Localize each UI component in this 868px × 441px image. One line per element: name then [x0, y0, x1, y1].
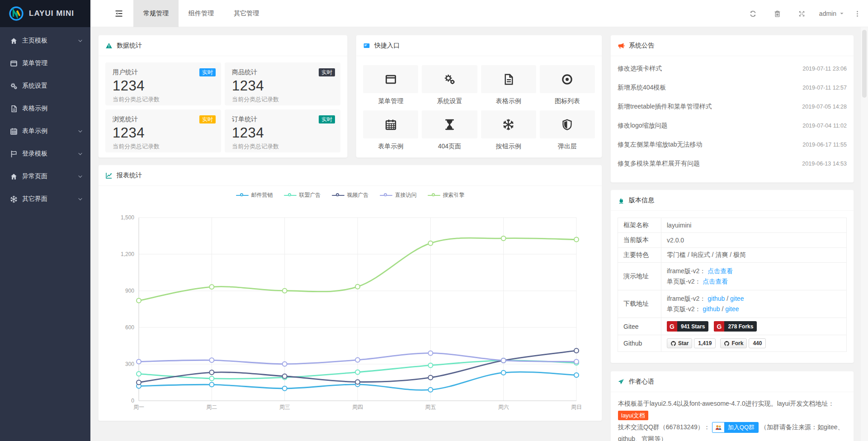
github-badge[interactable]: Star1,419: [667, 338, 716, 348]
sidebar-item-4[interactable]: 表单示例: [0, 120, 90, 142]
snowflake-icon: [481, 110, 536, 138]
sidebar-item-6[interactable]: 异常页面: [0, 165, 90, 188]
layui-doc-badge[interactable]: layui文档: [618, 411, 648, 420]
link-github[interactable]: github: [708, 295, 725, 302]
github-button[interactable]: Fork: [720, 338, 747, 348]
trash-icon[interactable]: [772, 8, 783, 19]
github-badge[interactable]: Fork440: [720, 338, 766, 348]
legend-item-1[interactable]: 联盟广告: [284, 191, 321, 199]
legend-label: 搜索引擎: [443, 191, 465, 199]
stat-card-title: 用户统计: [113, 68, 214, 76]
legend-label: 邮件营销: [251, 191, 273, 199]
user-menu[interactable]: admin: [819, 10, 844, 17]
github-button-label: Star: [678, 340, 689, 346]
author-line1: 本模板基于layui2.5.4以及font-awesome-4.7.0进行实现。…: [618, 400, 834, 407]
octocat-icon: [670, 341, 676, 346]
svg-text:周六: 周六: [498, 404, 509, 410]
announcement-row-1[interactable]: 新增系统404模板2019-07-11 12:57: [618, 78, 847, 97]
svg-text:900: 900: [125, 288, 134, 294]
legend-marker-icon: [284, 193, 297, 198]
version-label: 下载地址: [618, 290, 661, 318]
sidebar-item-1[interactable]: 菜单管理: [0, 52, 90, 75]
join-qq-badge[interactable]: 加入QQ群: [712, 422, 759, 433]
tab-0[interactable]: 常规管理: [133, 0, 179, 27]
refresh-icon[interactable]: [748, 8, 759, 19]
octocat-icon: [724, 341, 730, 346]
quick-entry-1[interactable]: 系统设置: [422, 65, 477, 106]
panel-report-chart: 报表统计 邮件营销联盟广告视频广告直接访问搜索引擎 03006009001,20…: [98, 165, 602, 421]
caret-down-icon: [839, 11, 844, 16]
sidebar-item-2[interactable]: 系统设置: [0, 75, 90, 97]
legend-item-0[interactable]: 邮件营销: [236, 191, 273, 199]
legend-marker-icon: [380, 193, 392, 198]
gitee-badge-text: 278 Forks: [724, 323, 757, 330]
main-content: 数据统计 用户统计实时1234当前分类总记录数商品统计实时1234当前分类总记录…: [90, 27, 868, 441]
announcement-row-3[interactable]: 修改logo缩放问题2019-07-04 11:02: [618, 116, 847, 135]
announcement-text: 修改选项卡样式: [618, 65, 662, 73]
quick-entry-6[interactable]: 按钮示例: [481, 110, 536, 151]
content-scrollbar-thumb[interactable]: [862, 30, 867, 98]
file-icon: [10, 105, 18, 113]
announcement-row-4[interactable]: 修复左侧菜单缩放tab无法移动2019-06-17 11:55: [618, 135, 847, 154]
legend-item-3[interactable]: 直接访问: [380, 191, 417, 199]
header: 常规管理组件管理其它管理 admin: [90, 0, 868, 27]
legend-item-4[interactable]: 搜索引擎: [428, 191, 465, 199]
gitee-badge[interactable]: G278 Forks: [714, 321, 757, 332]
gears-icon: [10, 82, 18, 90]
announcement-row-5[interactable]: 修复多模块菜单栏展开有问题2019-06-13 14:53: [618, 154, 847, 173]
svg-text:周一: 周一: [133, 404, 144, 410]
announcement-row-2[interactable]: 新增treetable插件和菜单管理样式2019-07-05 14:28: [618, 97, 847, 116]
quick-entry-4[interactable]: 表单示例: [363, 110, 418, 151]
sidebar-item-7[interactable]: 其它界面: [0, 188, 90, 210]
svg-text:300: 300: [125, 361, 134, 367]
link-点击查看[interactable]: 点击查看: [703, 278, 728, 285]
announcement-row-0[interactable]: 修改选项卡样式2019-07-11 23:06: [618, 59, 847, 78]
sidebar-item-0[interactable]: 主页模板: [0, 29, 90, 52]
quick-entry-label: 系统设置: [422, 96, 477, 106]
tab-1[interactable]: 组件管理: [179, 0, 224, 27]
quick-entry-2[interactable]: 表格示例: [481, 65, 536, 106]
quick-entry-7[interactable]: 弹出层: [540, 110, 595, 151]
panel-author-words: 作者心语 本模板基于layui2.5.4以及font-awesome-4.7.0…: [610, 371, 854, 441]
tab-bar: 常规管理组件管理其它管理: [133, 0, 269, 27]
tab-2[interactable]: 其它管理: [224, 0, 269, 27]
link-github[interactable]: github: [703, 305, 720, 313]
link-gitee[interactable]: gitee: [730, 295, 744, 302]
quick-entry-5[interactable]: 404页面: [422, 110, 477, 151]
logo[interactable]: LAYUI MINI: [0, 0, 90, 27]
gitee-badge[interactable]: G941 Stars: [667, 321, 708, 332]
sidebar-item-label: 登录模板: [22, 150, 47, 158]
stat-card-badge: 实时: [319, 68, 335, 76]
svg-text:周四: 周四: [352, 404, 363, 410]
home-icon: [10, 173, 18, 180]
quick-entry-3[interactable]: 图标列表: [540, 65, 595, 106]
sidebar-item-5[interactable]: 登录模板: [0, 142, 90, 165]
svg-text:周五: 周五: [425, 404, 436, 410]
logo-text: LAYUI MINI: [29, 9, 74, 18]
sidebar-item-label: 表单示例: [22, 127, 47, 135]
stat-card-value: 1234: [113, 78, 214, 94]
github-button[interactable]: Star: [667, 338, 692, 348]
legend-item-2[interactable]: 视频广告: [332, 191, 369, 199]
link-prefix: 单页版-v2：: [667, 278, 701, 285]
link-gitee[interactable]: gitee: [725, 305, 739, 313]
announcement-text: 修复左侧菜单缩放tab无法移动: [618, 141, 702, 149]
link-prefix: 单页版-v2：: [667, 305, 701, 313]
chevron-down-icon: [77, 151, 83, 157]
qq-group-icon: [712, 422, 724, 433]
more-vertical-icon[interactable]: [852, 8, 863, 19]
stat-card-badge: 实时: [319, 115, 335, 123]
stat-card-value: 1234: [232, 78, 333, 94]
quick-entry-0[interactable]: 菜单管理: [363, 65, 418, 106]
menu-collapse-icon[interactable]: [105, 0, 132, 27]
stat-cards: 用户统计实时1234当前分类总记录数商品统计实时1234当前分类总记录数浏览统计…: [99, 56, 347, 158]
github-button-label: Fork: [731, 340, 743, 346]
calendar-icon: [10, 128, 18, 135]
chevron-down-icon: [77, 196, 83, 202]
sidebar-item-3[interactable]: 表格示例: [0, 97, 90, 120]
link-点击查看[interactable]: 点击查看: [708, 267, 733, 275]
version-row-0: 框架名称layuimini: [618, 218, 847, 233]
stat-card-value: 1234: [113, 125, 214, 141]
fullscreen-icon[interactable]: [797, 8, 807, 19]
version-table-wrap: 框架名称layuimini当前版本v2.0.0主要特色零门槛 / 响应式 / 清…: [611, 211, 854, 359]
